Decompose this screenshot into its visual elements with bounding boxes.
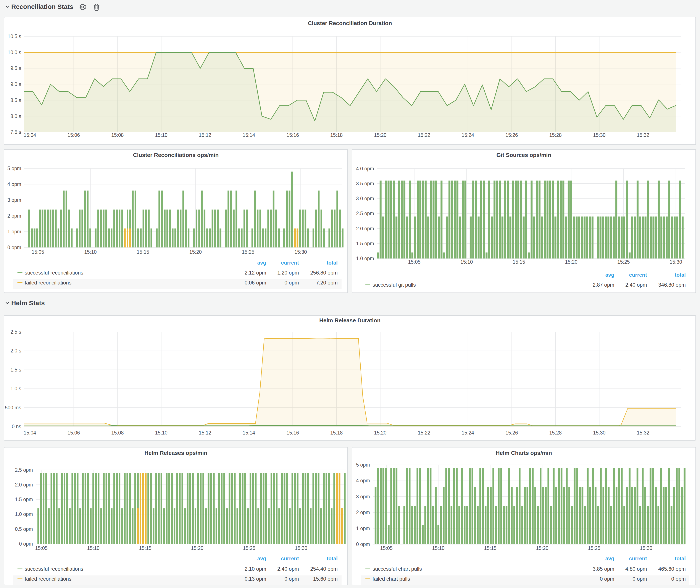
svg-text:15:20: 15:20 bbox=[189, 249, 202, 255]
svg-text:1.20 opm: 1.20 opm bbox=[277, 270, 299, 276]
svg-text:15:18: 15:18 bbox=[330, 132, 343, 138]
svg-text:0 opm: 0 opm bbox=[7, 245, 21, 250]
svg-text:346.80 opm: 346.80 opm bbox=[658, 282, 686, 288]
svg-text:Git Sources ops/min: Git Sources ops/min bbox=[497, 152, 551, 158]
svg-text:15:04: 15:04 bbox=[24, 132, 36, 138]
svg-text:15:26: 15:26 bbox=[505, 132, 518, 138]
svg-text:failed reconciliations: failed reconciliations bbox=[25, 280, 71, 286]
svg-text:15:20: 15:20 bbox=[374, 430, 387, 436]
svg-text:1.0 opm: 1.0 opm bbox=[15, 511, 33, 517]
svg-text:15:14: 15:14 bbox=[243, 132, 255, 138]
svg-text:15:16: 15:16 bbox=[286, 132, 299, 138]
svg-text:15:30: 15:30 bbox=[593, 430, 606, 436]
svg-text:15:32: 15:32 bbox=[637, 132, 649, 138]
svg-text:15:30: 15:30 bbox=[640, 545, 652, 551]
svg-text:avg: avg bbox=[257, 556, 266, 561]
svg-text:15:15: 15:15 bbox=[513, 259, 525, 265]
svg-text:2.5 opm: 2.5 opm bbox=[356, 211, 374, 216]
svg-text:successful git pulls: successful git pulls bbox=[373, 282, 416, 288]
svg-text:15:30: 15:30 bbox=[670, 259, 682, 265]
svg-text:10.5 s: 10.5 s bbox=[8, 34, 21, 39]
svg-text:1.5 s: 1.5 s bbox=[10, 367, 21, 373]
svg-text:2.40 opm: 2.40 opm bbox=[625, 282, 647, 288]
svg-text:2.5 s: 2.5 s bbox=[10, 329, 21, 335]
svg-text:total: total bbox=[327, 556, 338, 561]
svg-text:2 opm: 2 opm bbox=[7, 213, 21, 219]
svg-text:15:16: 15:16 bbox=[286, 430, 299, 436]
svg-text:15:24: 15:24 bbox=[462, 132, 474, 138]
svg-text:15:30: 15:30 bbox=[294, 249, 307, 255]
svg-text:0.13 opm: 0.13 opm bbox=[245, 576, 266, 582]
svg-text:2.12 opm: 2.12 opm bbox=[245, 270, 266, 276]
svg-text:avg: avg bbox=[605, 556, 614, 561]
svg-text:15:05: 15:05 bbox=[408, 259, 421, 265]
svg-text:0 opm: 0 opm bbox=[19, 541, 33, 547]
svg-text:15:18: 15:18 bbox=[330, 430, 343, 436]
svg-text:0 opm: 0 opm bbox=[284, 576, 299, 582]
svg-text:15:32: 15:32 bbox=[637, 430, 649, 436]
svg-text:15:05: 15:05 bbox=[35, 545, 48, 551]
svg-text:1.5 opm: 1.5 opm bbox=[356, 241, 374, 246]
svg-text:4.0 opm: 4.0 opm bbox=[356, 166, 374, 171]
svg-text:3.0 opm: 3.0 opm bbox=[356, 196, 374, 201]
svg-text:0.06 opm: 0.06 opm bbox=[245, 280, 266, 286]
svg-text:15:04: 15:04 bbox=[24, 430, 36, 436]
svg-text:total: total bbox=[327, 260, 338, 266]
svg-text:current: current bbox=[281, 260, 299, 266]
svg-text:15:20: 15:20 bbox=[374, 132, 387, 138]
svg-text:2.0 s: 2.0 s bbox=[10, 348, 21, 354]
svg-text:15:24: 15:24 bbox=[462, 430, 474, 436]
svg-text:15:30: 15:30 bbox=[295, 545, 307, 551]
svg-text:2 opm: 2 opm bbox=[356, 510, 370, 515]
svg-text:failed reconciliations: failed reconciliations bbox=[25, 576, 71, 582]
svg-text:7.20 opm: 7.20 opm bbox=[316, 280, 338, 286]
svg-text:1.0 s: 1.0 s bbox=[10, 386, 21, 391]
svg-text:avg: avg bbox=[605, 272, 614, 278]
svg-text:15:25: 15:25 bbox=[242, 249, 254, 255]
svg-text:0 ns: 0 ns bbox=[12, 424, 21, 429]
svg-text:3.85 opm: 3.85 opm bbox=[593, 566, 614, 572]
svg-text:15:22: 15:22 bbox=[418, 132, 430, 138]
svg-text:1.0 opm: 1.0 opm bbox=[356, 256, 374, 261]
svg-text:15:10: 15:10 bbox=[155, 430, 168, 436]
svg-text:Helm Release Duration: Helm Release Duration bbox=[319, 317, 381, 324]
svg-text:4 opm: 4 opm bbox=[356, 478, 370, 483]
svg-text:1 opm: 1 opm bbox=[7, 229, 21, 234]
svg-text:500 ms: 500 ms bbox=[5, 405, 21, 410]
svg-text:8.5 s: 8.5 s bbox=[10, 97, 21, 103]
svg-text:15:10: 15:10 bbox=[84, 249, 97, 255]
svg-text:15.60 opm: 15.60 opm bbox=[313, 576, 338, 582]
svg-text:15:12: 15:12 bbox=[199, 132, 211, 138]
svg-text:avg: avg bbox=[257, 260, 266, 266]
svg-text:3 opm: 3 opm bbox=[356, 494, 370, 499]
svg-text:15:10: 15:10 bbox=[155, 132, 168, 138]
svg-text:4.80 opm: 4.80 opm bbox=[625, 566, 647, 572]
svg-text:465.60 opm: 465.60 opm bbox=[658, 566, 686, 572]
svg-text:15:25: 15:25 bbox=[243, 545, 255, 551]
svg-text:15:05: 15:05 bbox=[32, 249, 44, 255]
svg-text:2.5 opm: 2.5 opm bbox=[15, 467, 33, 473]
svg-text:Helm Charts ops/min: Helm Charts ops/min bbox=[496, 450, 552, 456]
svg-text:0 opm: 0 opm bbox=[671, 576, 686, 582]
svg-text:total: total bbox=[675, 556, 686, 561]
svg-text:current: current bbox=[629, 272, 647, 278]
svg-text:15:28: 15:28 bbox=[549, 132, 562, 138]
svg-text:successful reconciliations: successful reconciliations bbox=[25, 566, 83, 572]
svg-text:15:08: 15:08 bbox=[111, 430, 124, 436]
svg-text:15:30: 15:30 bbox=[593, 132, 606, 138]
svg-text:15:06: 15:06 bbox=[68, 430, 80, 436]
svg-text:256.80 opm: 256.80 opm bbox=[310, 270, 338, 276]
svg-text:1.5 opm: 1.5 opm bbox=[15, 497, 33, 502]
svg-text:2.40 opm: 2.40 opm bbox=[277, 566, 299, 572]
svg-text:9.5 s: 9.5 s bbox=[10, 65, 21, 71]
svg-text:15:26: 15:26 bbox=[505, 430, 518, 436]
svg-text:254.40 opm: 254.40 opm bbox=[310, 566, 338, 572]
svg-text:15:05: 15:05 bbox=[380, 545, 393, 551]
svg-text:2.10 opm: 2.10 opm bbox=[245, 566, 266, 572]
svg-text:successful chart pulls: successful chart pulls bbox=[373, 566, 422, 572]
svg-text:successful reconciliations: successful reconciliations bbox=[25, 270, 83, 276]
svg-text:Cluster Reconciliation Duratio: Cluster Reconciliation Duration bbox=[308, 20, 392, 26]
svg-text:15:08: 15:08 bbox=[111, 132, 124, 138]
svg-text:15:10: 15:10 bbox=[87, 545, 100, 551]
svg-text:3 opm: 3 opm bbox=[7, 197, 21, 203]
